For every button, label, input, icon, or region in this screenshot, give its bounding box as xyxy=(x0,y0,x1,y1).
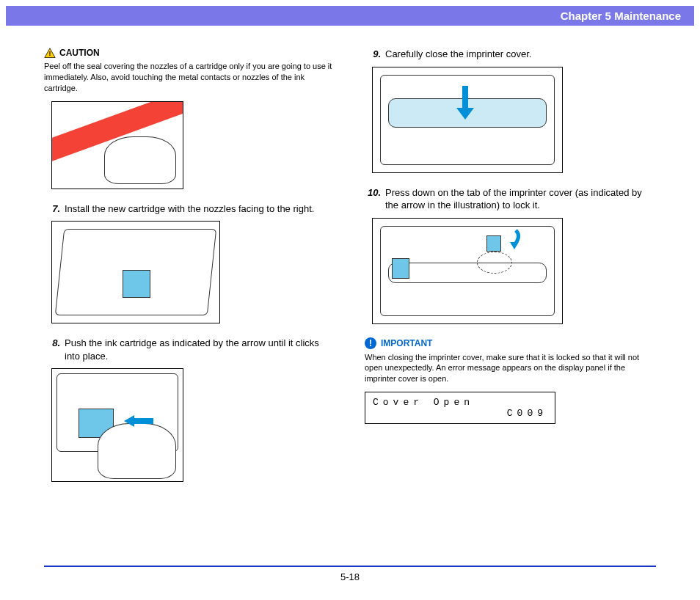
page-content: ! CAUTION Peel off the seal covering the… xyxy=(0,26,700,495)
chapter-header: Chapter 5 Maintenance xyxy=(6,6,694,26)
step-text: Install the new cartridge with the nozzl… xyxy=(65,202,314,216)
step-9: 9. Carefully close the imprinter cover. xyxy=(365,48,656,61)
display-panel: Cover Open C009 xyxy=(365,392,555,424)
figure-close-cover xyxy=(372,67,563,173)
page-number: 5-18 xyxy=(340,571,360,582)
step-text: Press down on the tab of the imprinter c… xyxy=(385,186,656,212)
important-icon: ! xyxy=(365,337,376,349)
important-text: When closing the imprinter cover, make s… xyxy=(365,352,656,385)
right-column: 9. Carefully close the imprinter cover. … xyxy=(365,48,656,495)
important-label: IMPORTANT xyxy=(381,338,432,348)
lcd-line-1: Cover Open xyxy=(373,397,547,408)
caution-label: CAUTION xyxy=(59,48,100,58)
chapter-title: Chapter 5 Maintenance xyxy=(561,10,681,22)
caution-block: ! CAUTION Peel off the seal covering the… xyxy=(44,48,335,94)
page-footer: 5-18 xyxy=(44,566,656,582)
caution-text: Peel off the seal covering the nozzles o… xyxy=(44,61,335,94)
figure-install-cartridge xyxy=(51,221,220,323)
arrow-down-curve-icon xyxy=(501,229,523,251)
arrow-left-icon xyxy=(124,414,153,428)
important-header: ! IMPORTANT xyxy=(365,337,656,349)
step-number: 7. xyxy=(44,202,60,216)
step-text: Push the ink cartridge as indicated by t… xyxy=(65,337,335,362)
lcd-line-2: C009 xyxy=(373,408,547,419)
step-number: 10. xyxy=(365,186,381,212)
step-8: 8. Push the ink cartridge as indicated b… xyxy=(44,337,335,362)
svg-marker-3 xyxy=(456,86,474,120)
step-7: 7. Install the new cartridge with the no… xyxy=(44,202,335,216)
caution-header: ! CAUTION xyxy=(44,48,335,58)
footer-divider xyxy=(44,566,656,567)
step-number: 9. xyxy=(365,48,381,61)
svg-text:!: ! xyxy=(49,50,51,57)
svg-marker-2 xyxy=(124,415,153,427)
arrow-down-icon xyxy=(456,86,474,120)
left-column: ! CAUTION Peel off the seal covering the… xyxy=(44,48,335,495)
figure-lock-cover xyxy=(372,218,563,324)
step-text: Carefully close the imprinter cover. xyxy=(385,48,531,61)
step-number: 8. xyxy=(44,337,60,362)
step-10: 10. Press down on the tab of the imprint… xyxy=(365,186,656,212)
svg-marker-4 xyxy=(510,242,519,249)
figure-push-cartridge xyxy=(51,368,183,482)
warning-triangle-icon: ! xyxy=(44,48,56,58)
figure-cartridge-seal xyxy=(51,101,183,189)
